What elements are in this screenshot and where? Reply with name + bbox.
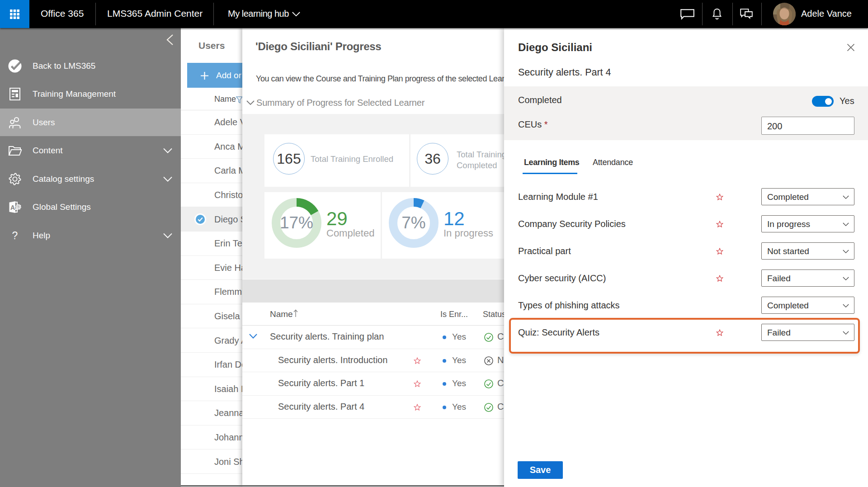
svg-text:A: A	[10, 203, 15, 211]
